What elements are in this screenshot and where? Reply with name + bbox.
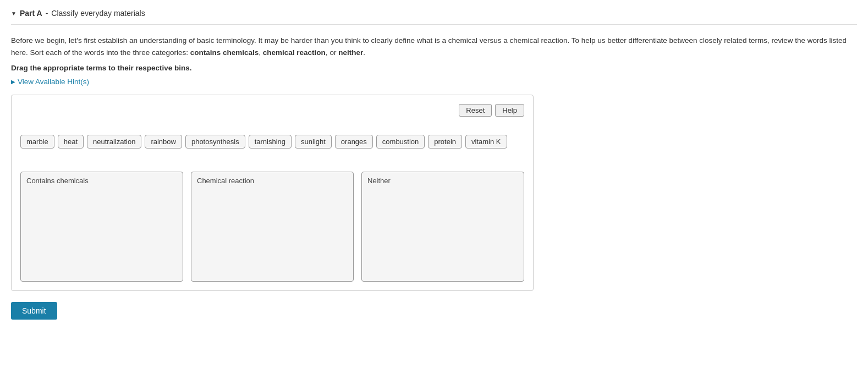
submit-button[interactable]: Submit xyxy=(11,302,57,320)
instructions-paragraph: Before we begin, let's first establish a… xyxy=(11,35,847,58)
part-separator: - xyxy=(46,9,48,18)
page-wrapper: ▼ Part A - Classify everyday materials B… xyxy=(0,0,868,328)
bold-contains-chemicals: contains chemicals xyxy=(190,48,259,57)
activity-toolbar: Reset Help xyxy=(20,104,524,117)
word-chip[interactable]: marble xyxy=(20,135,54,149)
hint-link-text: View Available Hint(s) xyxy=(18,78,89,86)
drop-zone-contains-chemicals[interactable]: Contains chemicals xyxy=(20,172,183,282)
reset-button[interactable]: Reset xyxy=(459,104,492,117)
submit-section: Submit xyxy=(11,302,857,320)
or-text: or xyxy=(329,48,336,57)
drop-zone-chemical-reaction[interactable]: Chemical reaction xyxy=(191,172,354,282)
word-chip[interactable]: sunlight xyxy=(295,135,332,149)
word-chip[interactable]: oranges xyxy=(335,135,373,149)
word-chip[interactable]: combustion xyxy=(376,135,425,149)
word-chip[interactable]: photosynthesis xyxy=(185,135,245,149)
activity-container: Reset Help marbleheatneutralizationrainb… xyxy=(11,95,534,291)
word-chip[interactable]: rainbow xyxy=(145,135,182,149)
part-header: ▼ Part A - Classify everyday materials xyxy=(11,9,857,25)
drop-zone-contains-chemicals-label: Contains chemicals xyxy=(26,177,177,185)
drop-zone-chemical-reaction-label: Chemical reaction xyxy=(197,177,348,185)
word-chip[interactable]: vitamin K xyxy=(465,135,507,149)
collapse-triangle-icon[interactable]: ▼ xyxy=(11,10,17,17)
hint-link[interactable]: ▶ View Available Hint(s) xyxy=(11,78,857,86)
part-title: Classify everyday materials xyxy=(51,9,145,18)
word-chip[interactable]: protein xyxy=(428,135,462,149)
word-bank: marbleheatneutralizationrainbowphotosynt… xyxy=(20,128,524,155)
drop-zone-neither-label: Neither xyxy=(367,177,518,185)
instructions-text: Before we begin, let's first establish a… xyxy=(11,36,847,57)
word-chip[interactable]: tarnishing xyxy=(249,135,292,149)
word-chip[interactable]: heat xyxy=(58,135,84,149)
bold-neither: neither xyxy=(338,48,363,57)
drop-zone-neither[interactable]: Neither xyxy=(361,172,524,282)
bold-chemical-reaction: chemical reaction xyxy=(263,48,326,57)
hint-arrow-icon: ▶ xyxy=(11,79,15,85)
part-label: Part A xyxy=(20,9,42,18)
help-button[interactable]: Help xyxy=(495,104,524,117)
drop-zones: Contains chemicals Chemical reaction Nei… xyxy=(20,172,524,282)
drag-instruction: Drag the appropriate terms to their resp… xyxy=(11,64,857,72)
word-chip[interactable]: neutralization xyxy=(87,135,141,149)
